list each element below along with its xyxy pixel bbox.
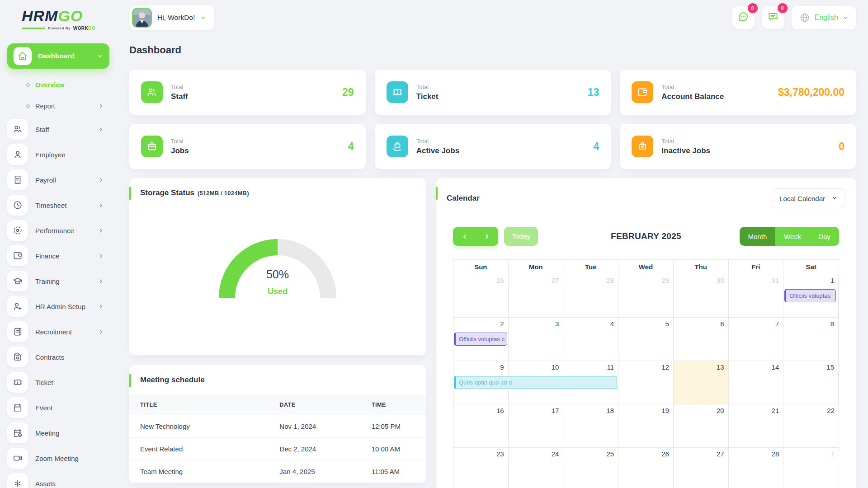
- calendar-day-19[interactable]: 19: [618, 404, 674, 447]
- calendar-day-13[interactable]: 13: [674, 361, 729, 404]
- topbar: Hi, WorkDo! 0 0 English: [117, 0, 868, 35]
- stat-label: Staff: [171, 92, 188, 101]
- meeting-date-cell: Jan 4, 2025: [269, 460, 360, 483]
- calendar-day-14[interactable]: 14: [729, 361, 784, 404]
- calendar-event[interactable]: Officiis voluptas c: [454, 333, 507, 346]
- calendar-event[interactable]: Officiis voluptas: [784, 289, 836, 302]
- calendar-day-28[interactable]: 28: [729, 448, 784, 488]
- calendar-prev-button[interactable]: [453, 227, 476, 246]
- sidebar-item-contracts[interactable]: Contracts: [0, 344, 117, 370]
- calendar-day-27[interactable]: 27: [509, 274, 564, 317]
- sidebar-item-staff[interactable]: Staff: [0, 117, 117, 142]
- calendar-view-month[interactable]: Month: [740, 227, 776, 246]
- calendar-day-16[interactable]: 16: [453, 404, 509, 447]
- language-selector[interactable]: English: [792, 6, 856, 29]
- day-header-sun: Sun: [453, 260, 509, 274]
- day-header-wed: Wed: [618, 260, 674, 274]
- sidebar-item-label: Contracts: [35, 353, 64, 361]
- calendar-grid: SunMonTueWedThuFriSat 2627282930311Offic…: [453, 259, 839, 488]
- calendar-day-23[interactable]: 23: [453, 448, 509, 488]
- ticket-icon: [7, 372, 28, 393]
- calendar-next-button[interactable]: [476, 227, 498, 246]
- stat-label: Active Jobs: [416, 146, 459, 155]
- calendar-today-button[interactable]: Today: [504, 227, 538, 246]
- calendar-day-31[interactable]: 31: [729, 274, 784, 317]
- notifications-button[interactable]: 0: [762, 6, 784, 29]
- calendar-day-1[interactable]: 1: [783, 448, 839, 488]
- calendar-day-18[interactable]: 18: [563, 404, 618, 447]
- stat-label-top: Total: [171, 84, 188, 90]
- calendar-day-21[interactable]: 21: [729, 404, 784, 447]
- meeting-title-cell: New Technology: [129, 415, 269, 438]
- sidebar-item-meeting[interactable]: Meeting: [0, 420, 117, 446]
- stat-labels: TotalTicket: [416, 84, 439, 101]
- calendar-day-6[interactable]: 6: [674, 318, 729, 361]
- sidebar-item-finance[interactable]: Finance: [0, 243, 117, 268]
- storage-card: Storage Status (512MB / 1024MB) 50% Used: [129, 178, 426, 355]
- calendar-day-26[interactable]: 26: [453, 274, 509, 317]
- calendar-week-row: 2324252627281: [453, 447, 839, 488]
- sidebar-item-hr-admin-setup[interactable]: HR Admin Setup: [0, 294, 117, 319]
- calendar-source-select[interactable]: Local Calendar: [772, 188, 845, 208]
- calendar-day-8[interactable]: 8: [783, 318, 839, 361]
- calendar-day-15[interactable]: 15: [783, 361, 839, 404]
- sidebar-item-label: Payroll: [35, 176, 56, 184]
- user-menu-button[interactable]: Hi, WorkDo!: [129, 5, 214, 30]
- meeting-title-cell: Event Related: [129, 438, 269, 460]
- meeting-table-head-row: TITLEDATETIME: [129, 395, 426, 415]
- stat-label-top: Total: [416, 84, 439, 90]
- calendar-view-day[interactable]: Day: [810, 227, 839, 246]
- calendar-day-5[interactable]: 5: [618, 318, 674, 361]
- sidebar-item-recruitment[interactable]: Recruitment: [0, 319, 117, 344]
- storage-used-label: Used: [210, 287, 345, 296]
- sidebar-item-label: Meeting: [35, 429, 59, 437]
- chevron-right-icon: [98, 127, 104, 132]
- calendar-day-24[interactable]: 24: [509, 448, 564, 488]
- calendar-day-4[interactable]: 4: [563, 318, 618, 361]
- briefcase-icon: [141, 136, 163, 157]
- calendar-view-week[interactable]: Week: [775, 227, 810, 246]
- sidebar-item-payroll[interactable]: Payroll: [0, 167, 117, 192]
- sidebar-item-ticket[interactable]: Ticket: [0, 370, 117, 395]
- stat-value: 0: [839, 141, 844, 153]
- calendar-day-26[interactable]: 26: [618, 448, 674, 488]
- sidebar-item-report[interactable]: Report: [0, 95, 117, 117]
- lower-section: Storage Status (512MB / 1024MB) 50% Used: [129, 178, 856, 488]
- ticket-icon: [387, 81, 408, 103]
- calendar-day-headers: SunMonTueWedThuFriSat: [453, 260, 839, 274]
- meeting-card-header: Meeting schedule: [129, 365, 426, 395]
- card-accent-bar: [436, 187, 438, 200]
- calendar-day-25[interactable]: 25: [563, 448, 618, 488]
- sidebar-item-training[interactable]: Training: [0, 268, 117, 294]
- notification-badge: 0: [778, 3, 788, 13]
- sidebar-item-label: Zoom Meeting: [35, 455, 79, 462]
- calendar-day-7[interactable]: 7: [729, 318, 784, 361]
- stat-label: Ticket: [416, 92, 439, 101]
- chat-button[interactable]: 0: [732, 6, 755, 29]
- calendar-day-12[interactable]: 12: [618, 361, 674, 404]
- brand-logo[interactable]: HRMGO Powered By WORKDO: [22, 8, 99, 31]
- sidebar-item-event[interactable]: Event: [0, 395, 117, 420]
- calendar-day-28[interactable]: 28: [563, 274, 618, 317]
- sidebar-item-dashboard[interactable]: Dashboard: [7, 43, 109, 69]
- storage-percent-label: 50%: [210, 268, 345, 281]
- sidebar-item-assets[interactable]: Assets: [0, 471, 117, 488]
- calendar-day-17[interactable]: 17: [509, 404, 564, 447]
- sidebar-item-timesheet[interactable]: Timesheet: [0, 192, 117, 218]
- calendar-day-27[interactable]: 27: [674, 448, 729, 488]
- sidebar-item-employee[interactable]: Employee: [0, 142, 117, 167]
- day-header-thu: Thu: [674, 260, 729, 274]
- asterisk-icon: [7, 473, 28, 488]
- sidebar-item-zoom-meeting[interactable]: Zoom Meeting: [0, 446, 117, 471]
- calendar-day-29[interactable]: 29: [618, 274, 674, 317]
- sidebar-item-overview[interactable]: Overview: [0, 74, 117, 95]
- stat-card-jobs: TotalJobs4: [129, 124, 366, 169]
- userplus-icon: [7, 296, 28, 317]
- sidebar-item-performance[interactable]: Performance: [0, 218, 117, 243]
- calendar-day-20[interactable]: 20: [674, 404, 729, 447]
- calendar-day-22[interactable]: 22: [783, 404, 839, 447]
- calendar-day-30[interactable]: 30: [674, 274, 729, 317]
- briefcase-hand-icon: [387, 136, 408, 157]
- calendar-day-3[interactable]: 3: [509, 318, 564, 361]
- calendar-event[interactable]: Quos optio quo ad d: [454, 376, 617, 389]
